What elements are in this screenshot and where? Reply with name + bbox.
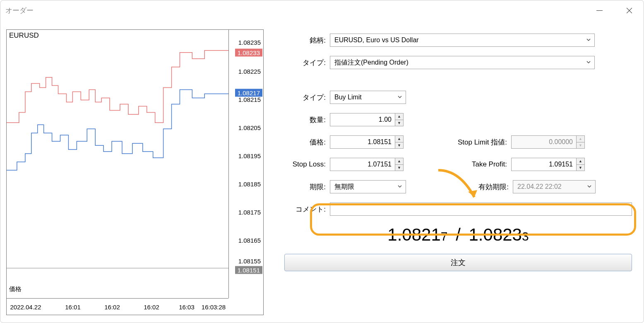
volume-input[interactable]: 1.00 bbox=[330, 113, 395, 126]
titlebar: オーダー bbox=[0, 0, 644, 20]
ask-price-badge: 1.08233 bbox=[235, 49, 262, 57]
pending-price-badge: 1.08151 bbox=[235, 266, 262, 274]
comment-label: コメント: bbox=[284, 205, 330, 214]
stoplimit-label: Stop Limit 指値: bbox=[441, 137, 511, 147]
chevron-down-icon bbox=[586, 36, 591, 44]
sl-input[interactable]: 1.07151 bbox=[330, 158, 395, 171]
tp-input[interactable]: 1.09151 bbox=[511, 158, 577, 171]
chevron-down-icon bbox=[397, 94, 402, 101]
comment-input[interactable] bbox=[330, 202, 632, 216]
volume-label: 数量: bbox=[284, 115, 330, 125]
subtype-select[interactable]: Buy Limit bbox=[330, 91, 406, 104]
price-chart: EURUSD 価格 1.08235 1.08233 1.08225 1.0821… bbox=[6, 29, 264, 315]
chevron-down-icon bbox=[586, 59, 591, 66]
tp-stepper[interactable]: ▲▼ bbox=[577, 158, 585, 171]
minimize-button[interactable] bbox=[590, 4, 609, 17]
ordertype-select[interactable]: 指値注文(Pending Order) bbox=[330, 56, 595, 69]
order-window: オーダー EURUSD 価格 1.08235 1.08233 bbox=[0, 0, 644, 323]
tp-label: Take Profit: bbox=[441, 160, 511, 169]
expiry-label: 期限: bbox=[284, 182, 330, 192]
symbol-select[interactable]: EURUSD, Euro vs US Dollar bbox=[330, 34, 595, 47]
place-order-button[interactable]: 注文 bbox=[284, 254, 632, 271]
sl-label: Stop Loss: bbox=[284, 160, 330, 169]
expiry2-select: 22.04.22 22:02 bbox=[513, 180, 596, 193]
order-form: 銘柄: EURUSD, Euro vs US Dollar タイプ: 指値注文(… bbox=[284, 29, 632, 315]
ordertype-label: タイプ: bbox=[284, 58, 330, 67]
window-title: オーダー bbox=[5, 6, 34, 15]
sl-stepper[interactable]: ▲▼ bbox=[395, 158, 404, 171]
stoplimit-input: 0.00000 bbox=[511, 135, 577, 149]
chart-x-axis: 2022.04.22 16:01 16:02 16:02 16:03 16:03… bbox=[7, 298, 228, 315]
price-label: 価格: bbox=[284, 137, 330, 147]
chart-plot-area bbox=[7, 30, 228, 298]
chart-y-axis: 1.08235 1.08233 1.08225 1.08217 1.08215 … bbox=[228, 30, 263, 298]
price-stepper[interactable]: ▲▼ bbox=[395, 135, 404, 149]
chevron-down-icon bbox=[397, 183, 402, 190]
expiry-select[interactable]: 無期限 bbox=[330, 180, 406, 193]
chevron-down-icon bbox=[587, 183, 592, 190]
subtype-label: タイプ: bbox=[284, 93, 330, 102]
price-input[interactable]: 1.08151 bbox=[330, 135, 395, 149]
expiry2-label: 有効期限: bbox=[442, 182, 513, 192]
volume-stepper[interactable]: ▲▼ bbox=[395, 113, 404, 126]
quote-display: 1.08217 / 1.08233 bbox=[284, 225, 632, 245]
stoplimit-stepper: ▲▼ bbox=[577, 135, 585, 149]
close-button[interactable] bbox=[620, 4, 639, 17]
symbol-label: 銘柄: bbox=[284, 36, 330, 45]
pending-price-line bbox=[7, 268, 228, 268]
